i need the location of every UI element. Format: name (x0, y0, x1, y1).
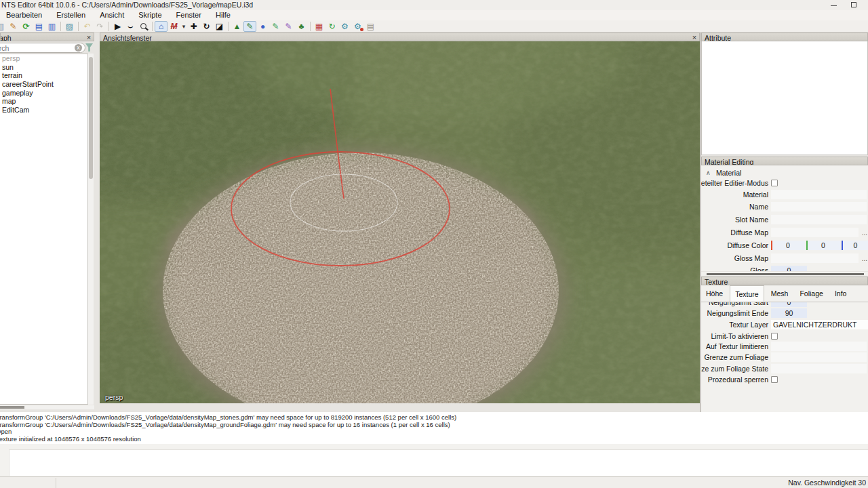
menu-ansicht[interactable]: Ansicht (94, 10, 130, 20)
diffuse-color-r-field[interactable]: 0 (771, 241, 805, 250)
toolbar: ▥ ✎ ⟳ ▤ ▥ ▨ ↶ ↷ ▶ ⌣ ⌂ M ▾ ✚ ↻ ◪ ▲ ✎ ● ✎ … (0, 20, 868, 33)
menu-skripte[interactable]: Skripte (132, 10, 167, 20)
procedural-lock-checkbox[interactable] (771, 376, 778, 383)
attributes-title: Attribute (705, 34, 731, 41)
gloss-map-field[interactable] (771, 253, 859, 263)
diffuse-map-label: Diffuse Map (730, 228, 768, 237)
tab-foliage[interactable]: Foliage (795, 285, 827, 302)
menu-bearbeiten[interactable]: Bearbeiten (0, 10, 48, 20)
terrain-sculpt-icon[interactable]: ▲ (231, 21, 243, 32)
render-dropdown-icon[interactable]: ▾ (180, 21, 187, 32)
paste-icon[interactable]: ▤ (364, 21, 377, 32)
export-icon[interactable]: ▨ (63, 21, 76, 32)
gloss-clipped-field[interactable]: 0 (771, 266, 807, 271)
tab-info[interactable]: Info (830, 285, 852, 302)
material-hscrollbar[interactable] (701, 272, 868, 276)
refresh-icon[interactable]: ↻ (326, 21, 338, 32)
material-field[interactable] (771, 190, 867, 199)
slope-limit-end-field[interactable]: 90 (771, 308, 807, 318)
search-clear-icon[interactable]: x (75, 44, 82, 52)
foliage-paint-icon[interactable]: ● (256, 21, 269, 32)
scrollbar-thumb[interactable] (707, 273, 864, 275)
terrain-info-paint-icon[interactable]: ✎ (269, 21, 282, 32)
tree-placement-icon[interactable]: ♣ (295, 21, 308, 32)
material-label: Material (743, 190, 768, 199)
toolbar-separator (106, 22, 111, 31)
collapse-caret-icon[interactable]: ∧ (706, 169, 711, 176)
material-editing-body: ∧ Material Geteilter Editier-Modus Mater… (701, 165, 868, 271)
settings-icon[interactable]: ⚙ (338, 21, 351, 32)
camera-name-label: persp (105, 393, 123, 401)
tree-item-editcam[interactable]: EditCam (0, 106, 87, 115)
home-icon[interactable]: ⌂ (155, 21, 167, 32)
scenegraph-vscrollbar[interactable] (88, 54, 94, 405)
move-tool-icon[interactable]: ✚ (187, 21, 200, 32)
restore-button[interactable] (844, 0, 865, 10)
terrain-detail-paint-icon[interactable]: ✎ (282, 21, 295, 32)
zoom-tool-icon[interactable] (137, 21, 150, 32)
scrollbar-thumb[interactable] (0, 406, 24, 409)
texture-layer-label: Textur Layer (729, 321, 768, 329)
play-icon[interactable]: ▶ (111, 21, 124, 32)
scenegraph-search-input[interactable] (0, 43, 85, 53)
minimize-button[interactable] (824, 0, 844, 10)
restore-icon (851, 2, 856, 7)
terrain-paint-icon[interactable]: ✎ (243, 21, 256, 32)
scenegraph-hscrollbar[interactable] (0, 405, 94, 409)
diffuse-color-b-field[interactable]: 0 (842, 241, 868, 250)
tree-item-terrain[interactable]: terrain (0, 71, 87, 80)
attributes-panel-body (701, 41, 868, 155)
viewport-3d-canvas[interactable] (100, 41, 700, 403)
reload-icon[interactable]: ⟳ (20, 21, 33, 32)
slot-name-field[interactable] (771, 215, 867, 224)
diffuse-map-browse-button[interactable]: ... (862, 229, 867, 237)
tree-item-gameplay[interactable]: gameplay (0, 89, 87, 98)
tree-item-persp[interactable]: persp (0, 54, 87, 63)
undo-icon[interactable]: ↶ (81, 21, 94, 32)
save-as-icon[interactable]: ▥ (45, 21, 58, 32)
clipped-file-icon[interactable]: ▥ (0, 21, 7, 32)
curve-icon[interactable]: ⌣ (124, 21, 137, 32)
limit-to-texture-field[interactable] (771, 342, 867, 351)
edit-scripts-icon[interactable]: ✎ (7, 21, 20, 32)
viewport-close-icon[interactable]: × (690, 33, 698, 41)
name-field[interactable] (771, 202, 867, 211)
tree-item-careerstartpoint[interactable]: careerStartPoint (0, 80, 87, 89)
foliage-state-border-field[interactable] (771, 364, 867, 373)
menu-hilfe[interactable]: Hilfe (210, 10, 237, 20)
material-section-label: Material (716, 169, 741, 177)
tree-item-map[interactable]: map (0, 97, 87, 106)
redo-icon[interactable]: ↷ (94, 21, 106, 32)
scrollbar-thumb[interactable] (89, 57, 93, 179)
scale-tool-icon[interactable]: ◪ (213, 21, 226, 32)
tab-texture[interactable]: Texture (730, 285, 764, 302)
texture-layer-field[interactable]: GAVELNICHTZERDRUKT (771, 320, 868, 329)
tree-item-sun[interactable]: sun (0, 63, 87, 72)
scenegraph-close-icon[interactable]: × (85, 33, 93, 41)
texture-panel-title: Texture (705, 278, 728, 285)
save-icon[interactable]: ▤ (33, 21, 45, 32)
toolbar-separator (150, 22, 155, 31)
render-disabled-icon[interactable]: M (167, 21, 180, 32)
diffuse-color-g-field[interactable]: 0 (806, 241, 840, 250)
shared-edit-mode-checkbox[interactable] (771, 180, 778, 186)
magnifier-icon (140, 23, 146, 29)
settings-alert-icon[interactable]: ⚙ (351, 21, 364, 32)
menu-erstellen[interactable]: Erstellen (50, 10, 92, 20)
toolbar-separator (76, 22, 81, 31)
diffuse-map-field[interactable] (771, 228, 859, 237)
tab-hoehe[interactable]: Höhe (701, 285, 728, 302)
menu-fenster[interactable]: Fenster (170, 10, 208, 20)
script-console-input[interactable] (9, 449, 868, 476)
scenegraph-panel-header: Scenegraph × (0, 33, 94, 41)
limit-to-enable-checkbox[interactable] (771, 333, 778, 340)
limit-to-enable-label: Limit-To aktivieren (711, 332, 768, 340)
gloss-map-browse-button[interactable]: ... (862, 255, 867, 262)
texture-tab-bar: Höhe Texture Mesh Foliage Info Prozedura… (701, 285, 868, 302)
tab-mesh[interactable]: Mesh (766, 285, 793, 302)
database-icon[interactable]: ▦ (313, 21, 326, 32)
terrain-render (100, 41, 700, 403)
slope-limit-start-field[interactable]: 0 (771, 302, 807, 307)
foliage-border-field[interactable] (771, 352, 867, 362)
rotate-tool-icon[interactable]: ↻ (200, 21, 213, 32)
